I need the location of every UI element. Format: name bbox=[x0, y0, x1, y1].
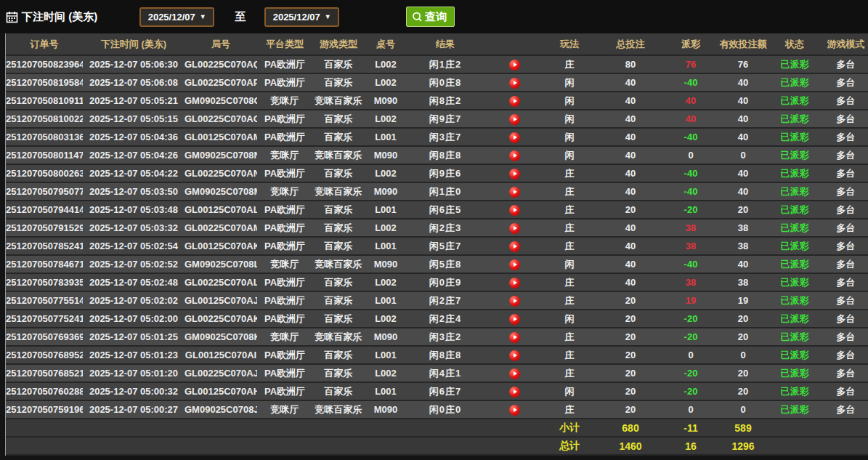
replay-icon[interactable] bbox=[509, 314, 520, 325]
game-mode-cell: 多台 bbox=[818, 219, 868, 237]
replay-icon[interactable] bbox=[509, 78, 520, 89]
platform-type-cell: 竞咪厅 bbox=[257, 146, 312, 164]
date-to-value: 2025/12/07 bbox=[273, 12, 320, 23]
header-game-type: 游戏类型 bbox=[312, 33, 365, 55]
bet-time-cell: 2025-12-07 05:02:02 bbox=[83, 291, 184, 310]
table-row: 251207050785241 2025-12-07 05:02:54 GL00… bbox=[6, 237, 868, 255]
play-triangle-icon bbox=[514, 208, 517, 212]
replay-icon[interactable] bbox=[509, 132, 520, 143]
bet-side-cell: 庄 bbox=[545, 201, 594, 219]
result-cell: 闲1庄2 bbox=[407, 55, 484, 73]
header-status: 状态 bbox=[771, 33, 818, 55]
bet-time-cell: 2025-12-07 05:02:54 bbox=[83, 237, 184, 255]
table-number-cell: M090 bbox=[365, 400, 407, 419]
replay-cell bbox=[484, 55, 545, 73]
order-number-cell: 251207050803136 bbox=[6, 128, 83, 146]
replay-icon[interactable] bbox=[509, 332, 520, 343]
round-id-cell: GM09025C0708O bbox=[184, 92, 257, 110]
replay-icon[interactable] bbox=[509, 259, 520, 270]
table-number-cell: M090 bbox=[365, 92, 407, 110]
replay-icon[interactable] bbox=[509, 241, 520, 252]
header-total-bet: 总投注 bbox=[594, 33, 667, 55]
replay-icon[interactable] bbox=[509, 296, 520, 307]
table-row: 251207050810911 2025-12-07 05:05:21 GM09… bbox=[6, 92, 868, 110]
bet-time-cell: 2025-12-07 05:04:36 bbox=[83, 128, 184, 146]
platform-type-cell: 竞咪厅 bbox=[257, 182, 312, 201]
table-number-cell: L002 bbox=[365, 310, 407, 328]
table-number-cell: M090 bbox=[365, 182, 407, 201]
bet-side-cell: 庄 bbox=[545, 364, 594, 382]
subtotal-payout: -11 bbox=[667, 419, 715, 437]
bet-time-cell: 2025-12-07 05:02:52 bbox=[83, 255, 184, 273]
payout-cell: 40 bbox=[667, 110, 715, 128]
bet-side-cell: 闲 bbox=[545, 92, 594, 110]
order-number-cell: 251207050801147 bbox=[6, 146, 83, 164]
calendar-icon bbox=[6, 11, 18, 23]
play-triangle-icon bbox=[514, 99, 517, 103]
date-from-select[interactable]: 2025/12/07 ▼ bbox=[139, 7, 214, 27]
replay-icon[interactable] bbox=[509, 150, 520, 161]
bet-time-cell: 2025-12-07 05:04:22 bbox=[83, 164, 184, 182]
replay-icon[interactable] bbox=[509, 387, 520, 398]
payout-cell: -20 bbox=[667, 310, 715, 328]
header-valid-bet: 有效投注额 bbox=[715, 33, 771, 55]
total-bet-cell: 20 bbox=[594, 328, 667, 346]
bet-side-cell: 庄 bbox=[545, 237, 594, 255]
platform-type-cell: PA欧洲厅 bbox=[257, 128, 312, 146]
game-type-cell: 百家乐 bbox=[312, 219, 365, 237]
subtotal-spacer-right bbox=[771, 419, 868, 437]
replay-icon[interactable] bbox=[509, 278, 520, 288]
bet-side-cell: 闲 bbox=[545, 110, 594, 128]
replay-cell bbox=[484, 110, 545, 128]
subtotal-valid-bet: 589 bbox=[715, 419, 771, 437]
table-number-cell: L002 bbox=[365, 273, 407, 291]
valid-bet-cell: 38 bbox=[715, 219, 771, 237]
replay-icon[interactable] bbox=[509, 350, 520, 361]
status-cell: 已派彩 bbox=[771, 328, 818, 346]
order-number-cell: 251207050783935 bbox=[6, 273, 83, 291]
replay-icon[interactable] bbox=[509, 223, 520, 234]
play-triangle-icon bbox=[514, 299, 517, 303]
status-cell: 已派彩 bbox=[771, 55, 818, 73]
order-number-cell: 251207050791529 bbox=[6, 219, 83, 237]
subtotal-spacer bbox=[6, 419, 545, 437]
valid-bet-cell: 38 bbox=[715, 273, 771, 291]
play-triangle-icon bbox=[514, 190, 517, 194]
game-mode-cell: 多台 bbox=[818, 182, 868, 201]
payout-cell: 0 bbox=[667, 346, 715, 364]
replay-icon[interactable] bbox=[509, 114, 520, 125]
bet-side-cell: 庄 bbox=[545, 273, 594, 291]
payout-cell: -40 bbox=[667, 182, 715, 201]
table-row: 251207050775241 2025-12-07 05:02:00 GL00… bbox=[6, 310, 868, 328]
replay-icon[interactable] bbox=[509, 169, 520, 179]
game-type-cell: 竞咪百家乐 bbox=[312, 400, 365, 419]
result-cell: 闲2庄3 bbox=[407, 219, 484, 237]
game-type-cell: 百家乐 bbox=[312, 382, 365, 400]
round-id-cell: GL00125C070AK bbox=[184, 237, 257, 255]
status-cell: 已派彩 bbox=[771, 400, 818, 419]
replay-icon[interactable] bbox=[509, 368, 520, 379]
platform-type-cell: PA欧洲厅 bbox=[257, 73, 312, 92]
replay-cell bbox=[484, 164, 545, 182]
replay-icon[interactable] bbox=[509, 187, 520, 198]
replay-icon[interactable] bbox=[509, 96, 520, 107]
table-number-cell: L001 bbox=[365, 237, 407, 255]
play-triangle-icon bbox=[514, 390, 517, 394]
order-number-cell: 251207050794414 bbox=[6, 201, 83, 219]
replay-icon[interactable] bbox=[509, 205, 520, 216]
result-cell: 闲2庄4 bbox=[407, 310, 484, 328]
date-to-select[interactable]: 2025/12/07 ▼ bbox=[264, 7, 339, 27]
query-button[interactable]: 查询 bbox=[406, 7, 455, 27]
play-triangle-icon bbox=[514, 226, 517, 230]
game-type-cell: 竞咪百家乐 bbox=[312, 182, 365, 201]
replay-cell bbox=[484, 219, 545, 237]
replay-icon[interactable] bbox=[509, 60, 520, 70]
chevron-down-icon: ▼ bbox=[325, 13, 331, 20]
round-id-cell: GL00125C070AJ bbox=[184, 291, 257, 310]
game-type-cell: 竞咪百家乐 bbox=[312, 255, 365, 273]
order-number-cell: 251207050810022 bbox=[6, 110, 83, 128]
round-id-cell: GM09025C0708M bbox=[184, 182, 257, 201]
grand-total-valid-bet: 1296 bbox=[715, 437, 771, 455]
replay-icon[interactable] bbox=[509, 405, 520, 416]
bet-side-cell: 闲 bbox=[545, 255, 594, 273]
